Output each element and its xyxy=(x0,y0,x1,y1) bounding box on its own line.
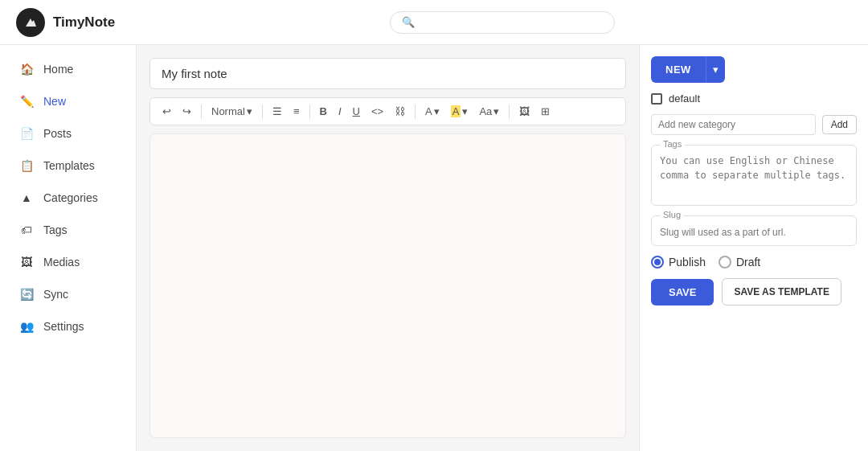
sidebar-item-medias[interactable]: 🖼 Medias xyxy=(5,247,131,277)
sidebar-label-categories: Categories xyxy=(43,191,98,204)
logo-svg xyxy=(23,15,38,30)
table-button[interactable]: ⊞ xyxy=(537,103,554,120)
note-title-input[interactable] xyxy=(149,58,626,89)
publish-radio-inner xyxy=(654,259,661,265)
default-label: default xyxy=(669,92,700,105)
redo-button[interactable]: ↪ xyxy=(178,103,195,120)
slug-field-group: Slug xyxy=(651,215,857,246)
sidebar-label-settings: Settings xyxy=(43,320,84,333)
paragraph-style-button[interactable]: Normal ▾ xyxy=(207,103,256,120)
underline-button[interactable]: U xyxy=(349,103,364,120)
font-size-label: Aa xyxy=(479,105,492,117)
sidebar-item-categories[interactable]: ▲ Categories xyxy=(5,182,131,213)
media-icon: 🖼 xyxy=(19,255,34,269)
default-checkbox[interactable] xyxy=(651,93,662,105)
sidebar-item-sync[interactable]: 🔄 Sync xyxy=(5,279,131,310)
sidebar-label-medias: Medias xyxy=(43,256,80,269)
undo-button[interactable]: ↩ xyxy=(158,103,175,120)
document-icon: 📄 xyxy=(19,126,34,141)
toolbar: ↩ ↪ Normal ▾ ☰ ≡ B I U <> ⛓ A ▾ xyxy=(149,97,626,125)
add-category-button[interactable]: Add xyxy=(822,115,857,134)
search-input[interactable] xyxy=(421,16,603,29)
font-size-button[interactable]: Aa ▾ xyxy=(475,103,503,120)
sidebar-label-posts: Posts xyxy=(43,127,72,140)
checkbox-row: default xyxy=(651,92,857,105)
italic-button[interactable]: I xyxy=(334,103,346,120)
logo-icon xyxy=(16,8,45,37)
categories-icon: ▲ xyxy=(19,191,34,205)
search-wrap: 🔍 xyxy=(390,11,615,34)
sidebar: 🏠 Home ✏️ New 📄 Posts 📋 Templates ▲ Cate… xyxy=(0,45,137,451)
action-row: SAVE SAVE AS TEMPLATE xyxy=(651,278,857,305)
sidebar-label-templates: Templates xyxy=(43,159,95,172)
editor-body[interactable] xyxy=(149,133,626,438)
highlight-label: A xyxy=(451,105,461,117)
new-button[interactable]: NEW xyxy=(651,56,706,83)
image-button[interactable]: 🖼 xyxy=(515,103,534,120)
logo-wrap: TimyNote xyxy=(16,8,153,37)
bold-button[interactable]: B xyxy=(316,103,331,120)
editor-panel: ↩ ↪ Normal ▾ ☰ ≡ B I U <> ⛓ A ▾ xyxy=(137,45,639,451)
font-color-button[interactable]: A ▾ xyxy=(421,103,444,120)
chevron-down-icon-4: ▾ xyxy=(493,105,499,117)
sidebar-label-sync: Sync xyxy=(43,288,68,301)
sidebar-item-new[interactable]: ✏️ New xyxy=(5,86,131,117)
code-inline-button[interactable]: <> xyxy=(367,103,387,120)
toolbar-separator-3 xyxy=(309,105,310,119)
link-button[interactable]: ⛓ xyxy=(391,103,409,120)
template-icon: 📋 xyxy=(19,158,34,173)
sidebar-item-posts[interactable]: 📄 Posts xyxy=(5,118,131,149)
header: TimyNote 🔍 xyxy=(0,0,868,45)
radio-row: Publish Draft xyxy=(651,256,857,269)
draft-label: Draft xyxy=(736,256,760,269)
tags-field-group: Tags xyxy=(651,145,857,206)
tag-icon: 🏷 xyxy=(19,223,34,237)
paragraph-label: Normal xyxy=(211,105,245,117)
sidebar-label-tags: Tags xyxy=(43,223,68,236)
font-color-label: A xyxy=(425,105,432,117)
toolbar-separator-2 xyxy=(262,105,263,119)
sync-icon: 🔄 xyxy=(19,287,34,301)
publish-radio[interactable]: Publish xyxy=(651,256,706,269)
tags-label: Tags xyxy=(660,139,685,149)
search-bar: 🔍 xyxy=(153,11,852,34)
publish-label: Publish xyxy=(669,256,706,269)
toolbar-separator-1 xyxy=(201,105,202,119)
chevron-down-icon-3: ▾ xyxy=(462,105,468,117)
publish-radio-outer xyxy=(651,256,664,269)
tags-input[interactable] xyxy=(660,154,848,195)
toolbar-separator-5 xyxy=(509,105,510,119)
content-area: ↩ ↪ Normal ▾ ☰ ≡ B I U <> ⛓ A ▾ xyxy=(137,45,868,451)
sidebar-item-templates[interactable]: 📋 Templates xyxy=(5,150,131,181)
category-input[interactable] xyxy=(651,114,816,135)
settings-icon: 👥 xyxy=(19,319,34,334)
home-icon: 🏠 xyxy=(19,62,34,76)
sidebar-item-settings[interactable]: 👥 Settings xyxy=(5,311,131,342)
toolbar-separator-4 xyxy=(415,105,416,119)
new-dropdown-button[interactable]: ▾ xyxy=(706,56,725,83)
pencil-icon: ✏️ xyxy=(19,94,34,109)
list-ol-button[interactable]: ≡ xyxy=(289,103,304,120)
search-icon: 🔍 xyxy=(402,16,415,28)
slug-input[interactable] xyxy=(660,227,848,238)
sidebar-label-home: Home xyxy=(43,63,73,76)
slug-label: Slug xyxy=(660,210,684,219)
right-panel: NEW ▾ default Add Tags Slug xyxy=(639,45,868,451)
save-as-template-button[interactable]: SAVE AS TEMPLATE xyxy=(722,278,841,305)
new-btn-row: NEW ▾ xyxy=(651,56,857,83)
chevron-down-icon-2: ▾ xyxy=(434,105,440,117)
category-row: Add xyxy=(651,114,857,135)
list-ul-button[interactable]: ☰ xyxy=(268,103,286,120)
draft-radio-outer xyxy=(719,256,731,269)
app-name: TimyNote xyxy=(53,14,115,31)
sidebar-label-new: New xyxy=(43,95,66,108)
highlight-button[interactable]: A ▾ xyxy=(447,103,473,120)
sidebar-item-tags[interactable]: 🏷 Tags xyxy=(5,215,131,245)
draft-radio[interactable]: Draft xyxy=(719,256,760,269)
chevron-down-icon-5: ▾ xyxy=(713,64,719,76)
main-layout: 🏠 Home ✏️ New 📄 Posts 📋 Templates ▲ Cate… xyxy=(0,45,868,451)
sidebar-item-home[interactable]: 🏠 Home xyxy=(5,54,131,84)
chevron-down-icon: ▾ xyxy=(247,105,252,117)
save-button[interactable]: SAVE xyxy=(651,279,714,305)
